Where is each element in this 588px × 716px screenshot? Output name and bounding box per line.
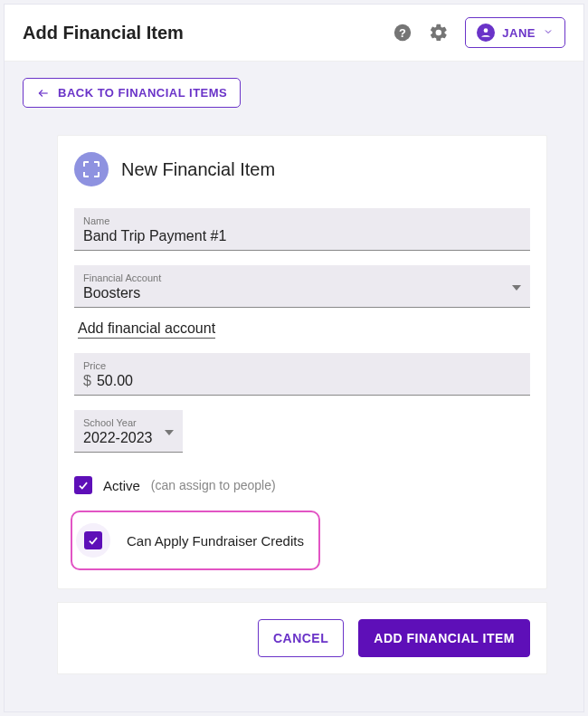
avatar-icon bbox=[477, 24, 495, 42]
dropdown-caret-icon bbox=[165, 423, 174, 439]
app-header: Add Financial Item ? JANE bbox=[5, 5, 583, 62]
checkbox-checked-icon bbox=[74, 476, 92, 494]
active-label: Active bbox=[103, 478, 140, 493]
year-label: School Year bbox=[83, 417, 174, 428]
name-value: Band Trip Payment #1 bbox=[83, 226, 521, 244]
price-field[interactable]: Price $50.00 bbox=[74, 353, 530, 396]
arrow-left-icon bbox=[36, 87, 51, 100]
account-value: Boosters bbox=[83, 283, 521, 301]
svg-text:?: ? bbox=[399, 26, 406, 40]
credits-checkbox-row[interactable]: Can Apply Fundraiser Credits bbox=[76, 523, 304, 558]
cancel-button[interactable]: CANCEL bbox=[258, 619, 344, 657]
chevron-down-icon bbox=[543, 26, 554, 40]
checkbox-halo bbox=[76, 523, 110, 558]
svg-marker-5 bbox=[165, 430, 174, 435]
year-value: 2022-2023 bbox=[83, 428, 174, 446]
back-button[interactable]: BACK TO FINANCIAL ITEMS bbox=[23, 78, 241, 108]
active-hint: (can assign to people) bbox=[151, 478, 276, 492]
price-value: 50.00 bbox=[97, 373, 133, 388]
form-card: New Financial Item Name Band Trip Paymen… bbox=[57, 135, 547, 589]
svg-point-2 bbox=[484, 28, 488, 33]
item-badge-icon bbox=[74, 152, 109, 186]
help-icon[interactable]: ? bbox=[393, 23, 413, 43]
back-button-label: BACK TO FINANCIAL ITEMS bbox=[58, 86, 227, 100]
name-field[interactable]: Name Band Trip Payment #1 bbox=[74, 208, 530, 251]
active-checkbox-row[interactable]: Active (can assign to people) bbox=[74, 476, 530, 494]
card-title: New Financial Item bbox=[121, 159, 275, 180]
account-label: Financial Account bbox=[83, 272, 521, 283]
account-select[interactable]: Financial Account Boosters bbox=[74, 265, 530, 308]
school-year-select[interactable]: School Year 2022-2023 bbox=[74, 410, 183, 453]
page-title: Add Financial Item bbox=[23, 23, 393, 43]
user-name: JANE bbox=[502, 26, 536, 40]
dropdown-caret-icon bbox=[512, 278, 521, 294]
credits-label: Can Apply Fundraiser Credits bbox=[127, 533, 304, 549]
name-label: Name bbox=[83, 215, 521, 226]
settings-gear-icon[interactable] bbox=[429, 23, 449, 43]
price-label: Price bbox=[83, 360, 521, 371]
user-menu[interactable]: JANE bbox=[465, 17, 565, 48]
svg-marker-4 bbox=[512, 285, 521, 291]
checkbox-checked-icon bbox=[84, 531, 102, 549]
submit-button[interactable]: ADD FINANCIAL ITEM bbox=[358, 619, 530, 657]
currency-symbol: $ bbox=[83, 373, 91, 388]
add-account-link[interactable]: Add financial account bbox=[78, 320, 215, 339]
form-footer: CANCEL ADD FINANCIAL ITEM bbox=[57, 602, 547, 674]
credits-highlight: Can Apply Fundraiser Credits bbox=[71, 511, 320, 570]
